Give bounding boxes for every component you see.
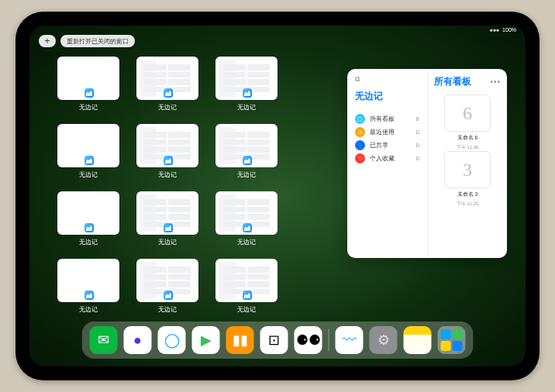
window-thumbnail — [215, 57, 278, 100]
board-label: 未命名 6 — [457, 134, 478, 142]
window-card[interactable]: 无边记 — [57, 259, 119, 314]
sidebar-item[interactable]: ▢所有看板8 — [355, 112, 419, 126]
board-thumbnail: 6 — [444, 95, 491, 132]
window-card[interactable]: 无边记 — [136, 57, 198, 112]
board-label: 未命名 3 — [457, 191, 478, 198]
window-label: 无边记 — [237, 103, 256, 112]
window-grid: 无边记无边记无边记无边记无边记无边记无边记无边记无边记无边记无边记无边记 — [57, 57, 352, 314]
window-thumbnail — [57, 259, 119, 302]
window-card[interactable]: 无边记 — [215, 259, 278, 314]
sidebar-item-label: 最近使用 — [370, 128, 412, 136]
window-card[interactable]: 无边记 — [136, 191, 198, 246]
window-thumbnail — [136, 57, 198, 100]
freeform-icon — [242, 222, 253, 233]
window-label: 无边记 — [158, 103, 177, 112]
dock-app-quark[interactable]: ● — [124, 326, 152, 354]
board-thumbnail: 3 — [444, 151, 491, 188]
dock: ✉●◯▶▮▮⊡⚈⚈〰⚙ — [82, 322, 474, 359]
freeform-icon — [84, 290, 95, 301]
dock-folder[interactable] — [438, 326, 466, 354]
window-label: 无边记 — [79, 103, 98, 112]
window-card[interactable]: 无边记 — [215, 57, 278, 112]
dock-app-dice[interactable]: ⊡ — [260, 326, 288, 354]
window-thumbnail — [215, 124, 278, 167]
folder-mini-app — [441, 341, 451, 351]
window-label: 无边记 — [237, 305, 256, 314]
category-icon: ♡ — [355, 153, 365, 163]
new-window-button[interactable]: + — [39, 35, 56, 47]
window-thumbnail — [136, 191, 198, 235]
top-controls: + 重新打开已关闭的窗口 — [39, 35, 135, 47]
freeform-icon — [163, 155, 174, 166]
board-card[interactable]: 3未命名 3下午 11:25 — [434, 151, 501, 208]
reopen-closed-button[interactable]: 重新打开已关闭的窗口 — [60, 35, 135, 47]
wifi-icon: ●●● — [489, 27, 499, 33]
freeform-icon — [242, 155, 253, 166]
panel-title: 无边记 — [355, 90, 419, 103]
dock-app-notes[interactable] — [404, 326, 432, 354]
freeform-icon — [163, 290, 174, 301]
sidebar-item-label: 已共享 — [370, 141, 412, 150]
window-label: 无边记 — [237, 238, 256, 246]
panel-right-title: 所有看板 — [434, 75, 471, 88]
sidebar-item[interactable]: ♡个人收藏0 — [355, 152, 419, 165]
window-thumbnail — [215, 259, 278, 302]
window-label: 无边记 — [158, 238, 177, 246]
battery-label: 100% — [502, 27, 516, 33]
sidebar-item-count: 0 — [416, 129, 419, 136]
dock-app-wechat[interactable]: ✉ — [90, 326, 118, 354]
window-card[interactable]: 无边记 — [136, 259, 198, 314]
dock-app-shapes[interactable]: ⚈⚈ — [295, 326, 322, 354]
window-card[interactable]: 无边记 — [136, 124, 198, 179]
freeform-icon — [242, 88, 253, 98]
window-card[interactable]: 无边记 — [57, 57, 119, 112]
freeform-icon — [163, 88, 174, 98]
sidebar-item-count: 0 — [416, 155, 419, 162]
window-thumbnail — [57, 191, 119, 235]
window-thumbnail — [136, 259, 198, 302]
window-card[interactable]: 无边记 — [57, 191, 119, 246]
category-icon: 👤 — [355, 140, 365, 150]
category-icon: ▢ — [355, 114, 365, 124]
sidebar-item-label: 个人收藏 — [370, 154, 412, 163]
window-thumbnail — [57, 124, 119, 167]
dock-app-settings[interactable]: ⚙ — [370, 326, 398, 354]
board-time: 下午 11:26 — [457, 144, 479, 151]
freeform-icon — [163, 222, 174, 233]
board-time: 下午 11:25 — [457, 201, 479, 208]
sidebar-item-count: 8 — [416, 115, 419, 122]
status-bar: ●●● 100% — [489, 27, 516, 33]
window-card[interactable]: 无边记 — [215, 124, 278, 179]
dock-app-play[interactable]: ▶ — [192, 326, 220, 354]
window-label: 无边记 — [237, 170, 256, 179]
window-label: 无边记 — [158, 170, 177, 179]
ipad-frame: ●●● 100% + 重新打开已关闭的窗口 无边记无边记无边记无边记无边记无边记… — [16, 12, 539, 380]
window-card[interactable]: 无边记 — [57, 124, 119, 179]
board-card[interactable]: 6未命名 6下午 11:26 — [434, 95, 501, 151]
app-panel: ⧉ 无边记 ▢所有看板8◷最近使用0👤已共享0♡个人收藏0 所有看板 ••• 6… — [347, 69, 507, 258]
freeform-icon — [84, 222, 95, 233]
window-label: 无边记 — [79, 238, 98, 246]
dock-divider — [329, 329, 329, 351]
sidebar-item-count: 0 — [416, 142, 419, 149]
category-icon: ◷ — [355, 127, 365, 137]
window-label: 无边记 — [79, 170, 98, 179]
screen: ●●● 100% + 重新打开已关闭的窗口 无边记无边记无边记无边记无边记无边记… — [29, 26, 526, 366]
sidebar-item[interactable]: ◷最近使用0 — [355, 126, 419, 139]
window-thumbnail — [136, 124, 198, 167]
folder-mini-app — [441, 329, 451, 339]
window-label: 无边记 — [158, 305, 177, 314]
dock-app-freeform[interactable]: 〰 — [336, 326, 364, 354]
more-button[interactable]: ••• — [490, 77, 501, 86]
sidebar-toggle-icon[interactable]: ⧉ — [355, 75, 360, 84]
sidebar-item-label: 所有看板 — [370, 115, 412, 123]
dock-app-qqbrowser[interactable]: ◯ — [158, 326, 186, 354]
sidebar-item[interactable]: 👤已共享0 — [355, 139, 419, 152]
window-label: 无边记 — [79, 305, 98, 314]
freeform-icon — [84, 88, 95, 98]
freeform-icon — [242, 290, 253, 301]
freeform-icon — [84, 155, 95, 166]
dock-app-books[interactable]: ▮▮ — [226, 326, 254, 354]
panel-main: 所有看板 ••• 6未命名 6下午 11:263未命名 3下午 11:25 — [428, 69, 507, 258]
window-card[interactable]: 无边记 — [215, 191, 278, 246]
